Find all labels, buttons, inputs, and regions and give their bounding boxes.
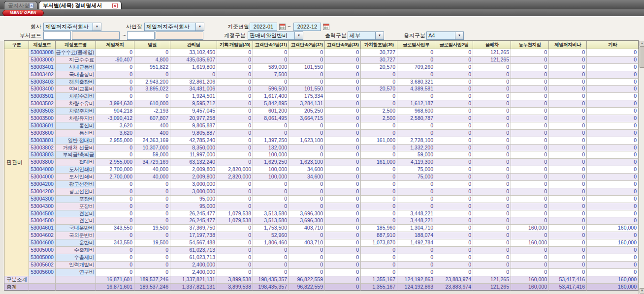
table-row[interactable]: 53003501차량수리비001,924,50101,617,400175,33… [29,93,639,100]
dept-code-to-input[interactable] [127,31,155,40]
amount-cell: 61,023,713 [170,254,217,262]
amount-cell: 0 [435,159,473,166]
amount-cell: 0 [361,181,397,188]
column-header: 고객만족1팀(J1) [253,41,289,49]
amount-cell: 0 [325,71,361,79]
table-row[interactable]: 53005600연구비002,400,00000000000000 [29,269,639,276]
close-tab-icon[interactable]: × [30,3,33,8]
close-tab-icon[interactable]: × [112,3,118,8]
table-row[interactable]: 53004000도서인쇄비2,700,00040,0002,009,8002,8… [29,174,639,181]
tab-notice[interactable]: 공지사항 × [4,1,37,9]
table-row[interactable]: 53004600운반비343,55019,50054,567,48801,806… [29,239,639,247]
table-row[interactable]: 53003401시내교통비0951,8221,619,8000589,00010… [29,64,639,71]
account-code-cell: 53003503 [29,108,56,115]
amount-cell: 189,537,246 [134,276,170,284]
table-row[interactable]: 53003802거래처 선물비010,307,0008,350,0000132,… [29,145,639,152]
table-row[interactable]: 53003400여비교통비03,895,02234,481,0060596,50… [29,86,639,93]
tab-expense-report[interactable]: 부서별(세목) 경비명세서 × [39,1,122,9]
amount-cell: 0 [587,79,639,86]
dept-name-from-field[interactable] [72,31,120,40]
amount-cell: 0 [435,166,473,174]
table-row[interactable]: 53003000지급수수료-90,4074,800435,035,6070000… [29,57,639,64]
table-row[interactable]: 53004500견본비0026,245,4771,079,5383,513,58… [29,217,639,225]
amount-cell: 0 [134,71,170,79]
amount-cell: 0 [96,71,134,79]
table-row[interactable]: 53005000수출제비0061,023,71300000000000 [29,247,639,254]
amount-cell: 40,000 [134,174,170,181]
output-type-select-value: 세부 [348,32,375,39]
scrollbar-thumb[interactable] [640,46,644,68]
amount-cell: -3,090,412 [96,115,134,122]
table-row[interactable]: 53003800접대비2,955,00034,729,16963,132,240… [29,159,639,166]
account-code-cell: 53004300 [29,203,56,210]
amount-cell: 0 [435,151,473,159]
calendar-icon[interactable] [323,24,329,30]
amount-cell: 0 [587,188,639,196]
table-row[interactable]: 53003502차량주유비-3,994,630610,0009,595,7120… [29,100,639,108]
amount-cell: 26,245,477 [170,217,217,225]
vertical-scrollbar[interactable]: ▲ ▼ [639,40,644,294]
amount-cell: 0 [325,166,361,174]
table-row[interactable]: 53004602국외운반비0017,197,738052,96000887,91… [29,232,639,239]
menu-open-button[interactable]: MENU OPEN [2,10,44,16]
calendar-icon[interactable] [279,24,286,30]
table-row[interactable]: 53003801일반 접대비2,955,00024,363,16942,785,… [29,137,639,145]
table-row[interactable]: 53004300포장비0095,00000000000000 [29,203,639,210]
table-row[interactable]: 53004000도서인쇄비2,700,00040,0002,009,8002,8… [29,166,639,174]
amount-cell: 0 [96,217,134,225]
amount-cell: 160,000 [587,239,639,247]
amount-cell: 0 [325,100,361,108]
amount-cell: 53,417,416 [549,276,587,284]
table-row[interactable]: 53003008급수수료(클레임)0033,102,450000030,7270… [29,49,639,57]
amount-cell: 0 [253,254,289,262]
account-name-cell: 포장비 [56,203,96,210]
amount-cell: 0 [96,64,134,71]
table-row[interactable]: 53003402국내출장비00007,500000000000 [29,71,639,79]
column-header: 계정코드 [29,41,56,49]
amount-cell: 175,334 [289,93,325,100]
amount-cell: 0 [435,64,473,71]
amount-cell: 0 [473,86,511,93]
amount-cell: 100,000 [253,174,289,181]
table-row[interactable]: 53003403해외출장비02,943,20032,861,206000003,… [29,79,639,86]
amount-cell: 9,457,045 [170,108,217,115]
amount-cell: 0 [217,64,253,71]
dept-name-to-field[interactable] [156,31,203,40]
amount-cell: 0 [473,151,511,159]
table-row[interactable]: 53005602인력개발비002,400,00000000000000 [29,262,639,269]
period-to-input[interactable]: 2022-12 [293,23,321,31]
account-type-select[interactable]: 판매비와일반비 ▼ [248,31,303,40]
scroll-up-icon[interactable]: ▲ [640,41,644,46]
amount-cell: 0 [587,100,639,108]
table-row[interactable]: 53005000수출제비0061,023,71300000000000 [29,254,639,262]
amount-cell: 0 [511,166,549,174]
table-row[interactable]: 53003500차량유지비-3,090,412607,80720,977,258… [29,115,639,122]
amount-cell: 2,820,000 [217,174,253,181]
table-row[interactable]: 53003803부의금/축의금059,00011,997,0000100,000… [29,151,639,159]
amount-cell: 0 [253,130,289,137]
amount-cell: 0 [217,86,253,93]
table-row[interactable]: 53004300포장비0095,00000000000000 [29,196,639,203]
table-row[interactable]: 53004500견본비0026,245,4771,079,5383,513,58… [29,210,639,218]
dept-code-from-input[interactable] [43,31,71,40]
amount-cell: 7,500 [253,71,289,79]
table-row[interactable]: 53003503차량주차비904,218-2,1939,457,0450601,… [29,108,639,115]
amount-cell: 2,400,000 [170,262,217,269]
table-row[interactable]: 53004200광고선전비003,000,00000000000000 [29,181,639,188]
table-row[interactable]: 53003601통신비3,6204009,805,88700000000000 [29,122,639,130]
scroll-down-icon[interactable]: ▼ [640,288,644,294]
amount-cell: 185,960 [361,225,397,232]
output-type-select[interactable]: 세부 ▼ [348,31,384,40]
table-row[interactable]: 53003600통신비3,6204009,805,88700000000000 [29,130,639,137]
subtotal-row: 구분소계16,871,601189,537,2461,337,821,1313,… [4,276,639,284]
company-select[interactable]: 제일저지주식회사 ▼ [43,23,101,31]
paper-type-select[interactable]: A4 ▼ [426,31,464,40]
amount-cell: 160,000 [511,239,549,247]
amount-cell: 4,800 [134,57,170,64]
table-row[interactable]: 53004200광고선전비003,000,00000000000000 [29,188,639,196]
amount-cell: 0 [435,210,473,218]
table-row[interactable]: 53004601국내운반비343,55019,50037,369,75001,7… [29,225,639,232]
amount-cell: 0 [549,166,587,174]
workplace-select[interactable]: 제일저지주식회사 ▼ [144,23,204,31]
period-from-input[interactable]: 2022-01 [250,23,277,31]
